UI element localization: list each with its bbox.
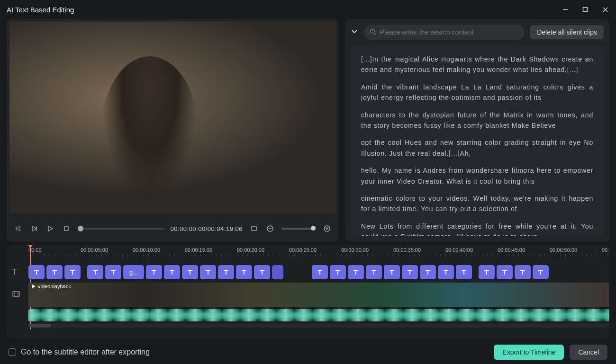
text-clip[interactable] [533,265,549,279]
text-track[interactable]: T g... [28,264,609,280]
transcript-segment[interactable]: Ah, [460,150,471,157]
collapse-icon[interactable] [351,27,358,37]
svg-rect-10 [252,227,256,231]
subtitle-editor-checkbox[interactable] [9,348,16,356]
zoom-out-button[interactable] [265,224,275,233]
svg-rect-21 [54,270,55,275]
transcript-segment[interactable]: cinematic colors to your videos. Well to… [361,193,593,214]
seek-slider[interactable] [78,228,164,230]
transcript-segment[interactable]: characters to the dystopian future of th… [361,110,593,131]
text-clip[interactable] [46,265,63,279]
search-input[interactable] [380,28,519,36]
svg-rect-59 [463,270,464,275]
text-clip[interactable] [420,265,436,279]
svg-rect-51 [391,270,392,275]
audio-track[interactable] [28,309,609,322]
transcript-segment[interactable]: In the magical Alice Hogwarts where the … [361,55,593,73]
maximize-button[interactable] [581,5,589,14]
text-track-icon: T [12,268,17,276]
video-track[interactable]: videoplayback [28,282,609,308]
silence-token[interactable]: [...] [449,150,460,157]
text-clip[interactable] [312,265,328,279]
timeline-scrollbar[interactable] [28,324,609,328]
transcript-segment[interactable]: Amid the vibrant landscape La La Land sa… [361,82,593,103]
svg-rect-29 [154,270,154,275]
svg-rect-61 [486,270,487,275]
step-back-button[interactable] [29,224,39,233]
text-clip[interactable] [456,265,472,279]
text-clip[interactable] [497,265,513,279]
text-clip[interactable] [348,265,364,279]
video-track-icon [12,291,20,299]
ruler-tick: 00:00:30:00 [341,247,369,253]
text-clip[interactable] [272,265,283,279]
text-clip[interactable] [515,265,531,279]
search-box[interactable] [364,25,525,40]
ruler-tick: 00:00:10:00 [133,247,160,253]
silence-token[interactable]: [...] [567,66,578,73]
window-title: AI Text Based Editing [7,6,561,14]
text-clip[interactable]: g... [123,265,144,279]
ruler-tick: 00:00:45:00 [498,247,525,253]
text-clip[interactable] [28,265,45,279]
footer: Go to the subtitle editor after exportin… [0,340,616,364]
export-button[interactable]: Export to Timeline [494,345,564,360]
text-clip[interactable] [254,265,270,279]
transcript-segment[interactable]: New Lots from different categories for f… [361,221,593,236]
svg-rect-27 [113,270,114,275]
delete-silent-button[interactable]: Delete all silent clips [530,25,604,39]
ruler-tick: 00:00:20:00 [237,247,264,253]
ruler-tick: 00:00:15:00 [185,247,212,253]
text-clip[interactable] [200,265,216,279]
svg-rect-25 [95,270,96,275]
audio-waveform[interactable] [28,309,609,321]
text-clip[interactable] [182,265,198,279]
close-button[interactable] [601,5,609,14]
transcript-text[interactable]: [...]In the magical Alice Hogwarts where… [351,45,604,236]
svg-rect-35 [208,270,208,275]
ruler-tick: 00:00:05:00 [81,247,108,253]
svg-rect-67 [540,270,541,275]
transcript-segment[interactable]: opt the cool Hues and new starring color… [361,139,593,157]
svg-rect-1 [583,8,588,12]
svg-rect-9 [64,227,68,231]
svg-rect-49 [373,270,374,275]
text-clip[interactable] [438,265,454,279]
silence-token[interactable]: [...] [361,55,372,63]
svg-marker-6 [33,226,36,231]
svg-rect-41 [262,270,263,275]
transcript-segment[interactable]: hello. My name is Andres from wondershar… [361,165,593,186]
stop-button[interactable] [62,224,71,233]
fullscreen-button[interactable] [249,224,259,233]
zoom-slider[interactable] [281,228,316,230]
text-clip[interactable] [164,265,180,279]
ruler-tick: 00:00:55:0 [602,247,609,253]
video-clip[interactable]: videoplayback [28,283,609,307]
text-clip[interactable] [402,265,418,279]
text-clip[interactable] [330,265,346,279]
text-clip[interactable] [218,265,234,279]
search-icon [370,28,376,36]
timeline-panel: 00:0000:00:05:0000:00:10:0000:00:15:0000… [7,245,609,338]
text-clip[interactable] [366,265,382,279]
cancel-button[interactable]: Cancel [570,345,607,360]
text-clip[interactable] [105,265,121,279]
svg-rect-23 [72,270,73,275]
video-preview[interactable] [9,22,335,213]
prev-frame-button[interactable] [13,224,23,233]
ruler-tick: 00:00:25:00 [289,247,317,253]
svg-rect-45 [337,270,338,275]
svg-line-17 [374,33,376,35]
text-clip[interactable] [384,265,400,279]
text-clip[interactable] [236,265,252,279]
text-clip[interactable] [146,265,162,279]
text-clip[interactable] [64,265,81,279]
play-button[interactable] [45,224,55,233]
text-clip[interactable] [479,265,495,279]
zoom-in-button[interactable] [322,224,332,233]
minimize-button[interactable] [561,5,570,14]
subtitle-editor-label: Go to the subtitle editor after exportin… [21,348,150,356]
clip-label: videoplayback [38,284,71,289]
text-clip[interactable] [87,265,103,279]
svg-rect-68 [13,292,19,296]
